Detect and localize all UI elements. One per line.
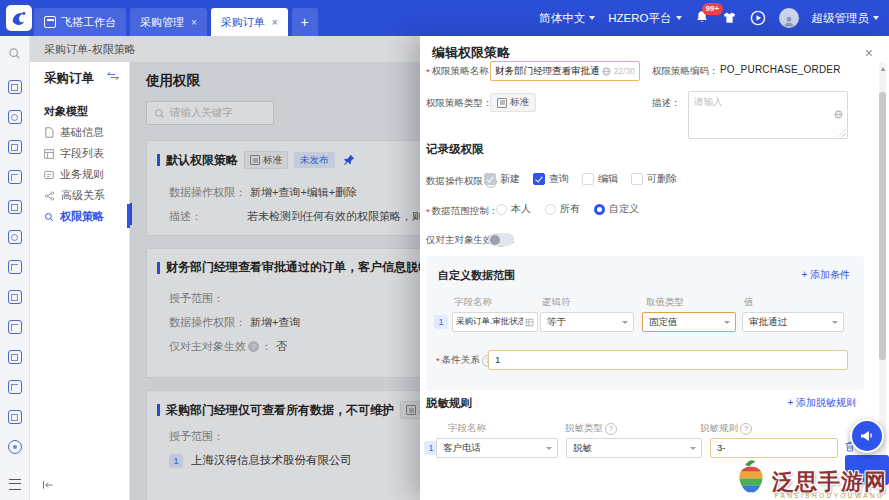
card-field-row: 授予范围：: [169, 291, 243, 306]
policy-name-input[interactable]: 财务部门经理查看审批通过 22/30: [490, 61, 640, 81]
close-tab-icon[interactable]: ×: [272, 17, 278, 28]
radio-custom[interactable]: 自定义: [594, 202, 639, 216]
checkbox-edit[interactable]: 编辑: [582, 172, 618, 186]
masking-field-select[interactable]: 客户电话: [436, 438, 558, 458]
sidebar-item-business-rules[interactable]: 业务规则: [30, 164, 129, 185]
notifications-button[interactable]: 99+: [695, 10, 709, 26]
menu-icon[interactable]: [9, 479, 21, 490]
policy-card-finance-manager[interactable]: 财务部门经理查看审批通过的订单，客户信息脱敏 授予范围： 数据操作权限：新增+查…: [146, 248, 420, 378]
play-circle-icon: [750, 10, 766, 26]
market-button[interactable]: [722, 11, 737, 25]
application-window: 飞搭工作台 采购管理 × 采购订单 × + 简体中文 HZERO平台 99+: [0, 0, 889, 500]
column-header: 脱敏规则: [700, 422, 754, 435]
drawer-title: 编辑权限策略: [432, 44, 510, 62]
section-title-masking: 脱敏规则: [426, 396, 472, 411]
app-icon[interactable]: [8, 260, 22, 274]
globe-icon: [834, 110, 843, 121]
sidebar-item-basic-info[interactable]: 基础信息: [30, 122, 129, 143]
tab-label: 采购管理: [140, 15, 184, 30]
placeholder-text: 请输入: [694, 96, 723, 109]
operator-select[interactable]: 等于: [540, 312, 634, 332]
app-icon[interactable]: [8, 380, 22, 394]
chevron-down-icon: [546, 447, 552, 450]
description-textarea[interactable]: 请输入: [688, 91, 848, 139]
scrollbar-thumb[interactable]: [879, 92, 886, 360]
app-icon[interactable]: [8, 140, 22, 154]
sidebar-item-field-list[interactable]: 字段列表: [30, 143, 129, 164]
radio-icon: [594, 204, 605, 215]
checkbox-create[interactable]: 新建: [484, 172, 520, 186]
tshirt-icon: [722, 11, 737, 25]
tab-purchase-management[interactable]: 采购管理 ×: [130, 8, 207, 36]
user-menu[interactable]: 超级管理员: [812, 11, 880, 26]
app-icon[interactable]: [8, 230, 22, 244]
app-icon[interactable]: [8, 410, 22, 424]
avatar[interactable]: [779, 8, 799, 28]
app-icon[interactable]: [8, 110, 22, 124]
add-masking-rule-link[interactable]: + 添加脱敏规则: [787, 396, 856, 410]
app-icon[interactable]: [8, 440, 22, 454]
radio-self[interactable]: 本人: [496, 202, 531, 216]
value-type-select[interactable]: 固定值: [642, 312, 736, 332]
masking-type-select[interactable]: 脱敏: [566, 438, 702, 458]
card-field-row: 仅对主对象生效：否: [169, 339, 287, 354]
chevron-down-icon: [832, 321, 838, 324]
add-condition-link[interactable]: + 添加条件: [801, 268, 850, 282]
data-ops-checkbox-group: 新建 查询 编辑 可删除: [484, 172, 677, 186]
data-scope-radio-group: 本人 所有 自定义: [496, 202, 639, 216]
value-select[interactable]: 审批通过: [742, 312, 844, 332]
app-rail: [0, 36, 30, 500]
policy-code-label: 权限策略编码：: [652, 65, 719, 78]
row-index-badge: 1: [169, 454, 183, 468]
checkbox-query[interactable]: 查询: [533, 172, 569, 186]
scrollbar-up-arrow[interactable]: [881, 67, 885, 71]
masking-rule-input[interactable]: 3-: [710, 438, 838, 458]
collapse-panel-icon[interactable]: [42, 480, 54, 492]
language-selector[interactable]: 简体中文: [539, 11, 595, 26]
radio-icon: [496, 204, 507, 215]
app-icon[interactable]: [8, 200, 22, 214]
card-title-bar: [157, 154, 160, 166]
policy-card-default[interactable]: 默认权限策略 标准 未发布 数据操作权限：新增+查询+编辑+删除 描述：若未检测…: [146, 140, 420, 236]
policy-card-purchase-manager[interactable]: 采购部门经理仅可查看所有数据，不可维护 标准 授予范围： 1 上海汉得信息技术股…: [146, 390, 420, 500]
condition-relation-input[interactable]: 1: [488, 350, 848, 370]
tab-purchase-order[interactable]: 采购订单 ×: [211, 8, 288, 36]
assistant-fab[interactable]: [850, 419, 884, 453]
pin-icon[interactable]: [343, 154, 355, 166]
custom-data-range-box: 自定义数据范围 + 添加条件 字段名称 逻辑符 取值类型 值 1 采购订单.审批…: [426, 256, 864, 390]
switch-object-icon[interactable]: [107, 71, 119, 83]
row-index-badge: 1: [434, 315, 448, 329]
keyword-search-input[interactable]: 请输入关键字: [146, 101, 274, 125]
tab-workbench[interactable]: 飞搭工作台: [34, 8, 126, 36]
char-counter: 22/30: [614, 66, 635, 76]
app-icon[interactable]: [8, 350, 22, 364]
app-icon[interactable]: [8, 290, 22, 304]
app-icon[interactable]: [8, 170, 22, 184]
app-icon-list: [0, 80, 29, 454]
policy-code-value: PO_PURCHASE_ORDER: [720, 64, 841, 75]
panel-title: 使用权限: [146, 72, 200, 90]
platform-selector[interactable]: HZERO平台: [608, 11, 681, 26]
column-header: 值: [744, 296, 754, 309]
main-object-only-toggle[interactable]: [488, 233, 514, 246]
sidebar-item-permission-policy[interactable]: 权限策略: [30, 206, 129, 227]
policy-name-label: *权限策略名称：: [426, 65, 498, 78]
help-video-button[interactable]: [750, 10, 766, 26]
checkbox-icon: [582, 173, 594, 185]
add-tab-button[interactable]: +: [292, 8, 318, 36]
search-icon[interactable]: [8, 47, 21, 62]
checkbox-icon: [533, 173, 545, 185]
checkbox-delete[interactable]: 可删除: [631, 172, 677, 186]
close-tab-icon[interactable]: ×: [191, 17, 197, 28]
condition-field-input[interactable]: 采购订单.审批状态: [452, 312, 538, 332]
app-icon[interactable]: [8, 80, 22, 94]
policy-card-title: 财务部门经理查看审批通过的订单，客户信息脱敏: [166, 259, 420, 276]
app-logo-icon[interactable]: [6, 5, 32, 31]
radio-all[interactable]: 所有: [545, 202, 580, 216]
help-icon: [248, 341, 259, 352]
chevron-down-icon: [873, 16, 879, 20]
app-icon[interactable]: [8, 320, 22, 334]
resize-handle[interactable]: [838, 129, 846, 137]
close-icon[interactable]: ×: [865, 46, 873, 60]
sidebar-item-advanced-relations[interactable]: 高级关系: [30, 185, 129, 206]
